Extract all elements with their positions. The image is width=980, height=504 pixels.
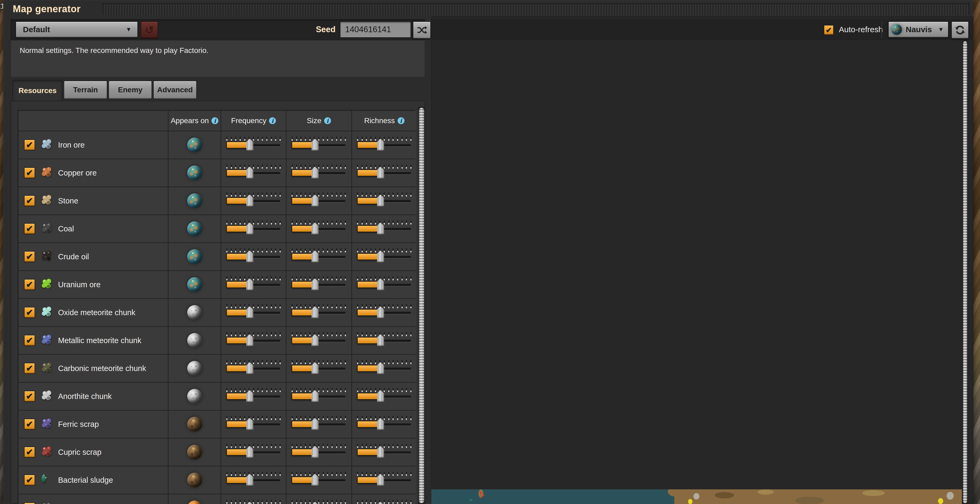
slider-frequency[interactable] [226,165,281,181]
resource-checkbox[interactable]: ✔ [24,363,35,374]
resource-checkbox[interactable]: ✔ [24,418,35,430]
slider-frequency[interactable] [226,220,281,237]
slider-size[interactable] [291,249,346,265]
slider-size[interactable] [291,332,346,349]
slider-richness[interactable] [357,249,412,265]
slider-ticks [291,193,346,197]
slider-ticks [226,276,281,281]
slider-richness[interactable] [357,304,412,321]
slider-richness[interactable] [357,276,412,293]
resource-checkbox[interactable]: ✔ [24,195,35,206]
slider-richness[interactable] [357,165,412,181]
slider-richness[interactable] [357,360,412,377]
table-scrollbar-thumb[interactable] [419,108,424,503]
slider-size[interactable] [291,304,346,321]
slider-frequency[interactable] [226,444,281,460]
slider-richness[interactable] [357,388,412,404]
slider-fill [226,141,250,148]
check-icon: ✔ [26,475,33,485]
tab-resources[interactable]: Resources [13,80,62,101]
preview-scrollbar-thumb[interactable] [963,41,967,503]
slider-frequency[interactable] [226,193,281,209]
slider-size[interactable] [291,416,346,433]
size-cell [286,494,351,504]
slider-frequency[interactable] [226,388,281,404]
tab-terrain[interactable]: Terrain [64,81,107,99]
resource-name: Carbonic meteorite chunk [58,364,146,373]
resource-name: Copper ore [58,169,97,178]
slider-fill [291,197,315,204]
slider-frequency[interactable] [226,472,281,488]
slider-ticks [357,220,412,225]
tab-advanced[interactable]: Advanced [153,81,197,99]
reset-preset-button[interactable]: ↺ [141,21,158,39]
slider-ticks [357,249,412,252]
size-cell [286,355,351,382]
resource-checkbox[interactable]: ✔ [24,335,35,346]
slider-richness[interactable] [357,500,412,504]
slider-richness[interactable] [357,332,412,349]
slider-fill [357,197,380,204]
appears-on-cell [169,327,221,354]
slider-ticks [291,165,346,169]
tab-enemy[interactable]: Enemy [108,81,152,99]
slider-fill [226,309,250,316]
slider-richness[interactable] [357,220,412,237]
slider-fill [357,365,380,372]
slider-size[interactable] [291,165,346,181]
slider-size[interactable] [291,193,346,209]
slider-frequency[interactable] [226,249,281,265]
resource-row-metallic-meteorite-chunk: ✔Metallic meteorite chunk [19,327,168,354]
slider-frequency[interactable] [226,332,281,349]
resource-checkbox[interactable]: ✔ [24,139,35,151]
slider-fill [226,477,250,483]
slider-richness[interactable] [357,416,412,433]
resource-checkbox[interactable]: ✔ [24,251,35,262]
slider-richness[interactable] [357,444,412,460]
resource-checkbox[interactable]: ✔ [24,279,35,290]
preview-scrollbar[interactable] [962,40,968,504]
slider-size[interactable] [291,220,346,237]
resource-checkbox[interactable]: ✔ [24,167,35,179]
slider-size[interactable] [291,360,346,377]
planet-dropdown[interactable]: Nauvis ▼ [888,21,948,38]
refresh-preview-button[interactable] [951,21,969,39]
resource-checkbox[interactable]: ✔ [24,474,35,486]
slider-richness[interactable] [357,472,412,488]
resource-checkbox[interactable]: ✔ [24,223,35,234]
seed-input[interactable] [340,21,411,38]
table-scrollbar[interactable] [418,107,425,504]
slider-size[interactable] [291,137,346,153]
size-cell [286,383,351,410]
preset-dropdown[interactable]: Default ▼ [16,21,138,38]
slider-ticks [291,137,346,141]
slider-size[interactable] [291,388,346,404]
frequency-cell [221,355,286,382]
auto-refresh-checkbox[interactable]: ✔ [824,25,834,35]
window-drag-handle[interactable] [103,3,969,15]
slider-frequency[interactable] [226,416,281,433]
shuffle-seed-button[interactable] [413,21,431,39]
resource-checkbox[interactable]: ✔ [24,502,35,504]
slider-fill [291,421,315,428]
size-cell [286,271,351,298]
slider-richness[interactable] [357,193,412,209]
slider-frequency[interactable] [226,137,281,153]
frequency-cell [221,159,286,187]
stone-icon [41,195,53,207]
slider-frequency[interactable] [226,360,281,377]
slider-richness[interactable] [357,137,412,153]
slider-size[interactable] [291,500,346,504]
appears-on-cell [169,159,221,187]
resource-checkbox[interactable]: ✔ [24,447,35,458]
resource-name: Oxide meteorite chunk [58,308,135,317]
slider-frequency[interactable] [226,500,281,504]
slider-frequency[interactable] [226,304,281,321]
resource-checkbox[interactable]: ✔ [24,391,35,402]
slider-frequency[interactable] [226,276,281,293]
slider-size[interactable] [291,444,346,460]
resource-checkbox[interactable]: ✔ [24,307,35,318]
slider-size[interactable] [291,472,346,488]
resource-row-carbonic-meteorite-chunk: ✔Carbonic meteorite chunk [19,355,168,382]
slider-size[interactable] [291,276,346,293]
